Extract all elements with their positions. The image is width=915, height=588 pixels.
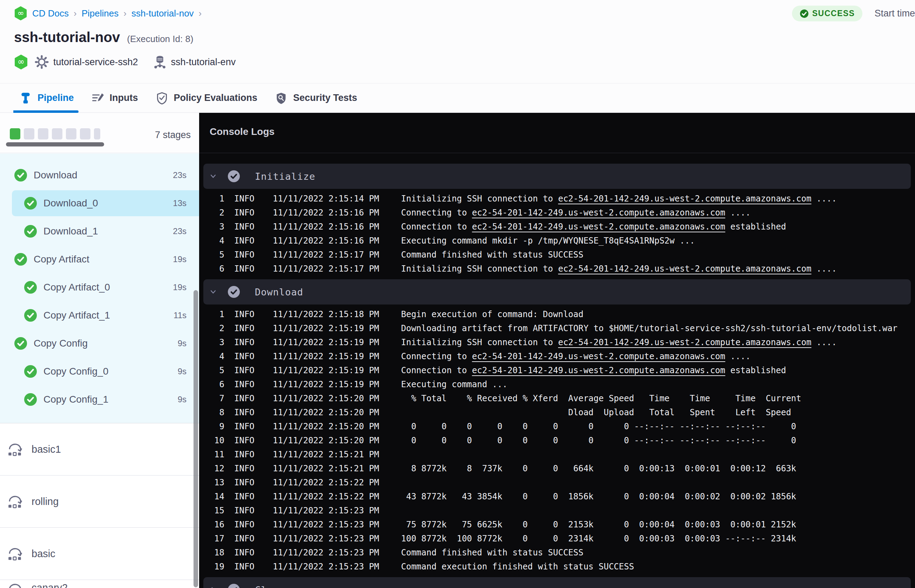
host-link[interactable]: ec2-54-201-142-249.us-west-2.compute.ama…: [472, 352, 725, 361]
stage-success-icon: [14, 168, 27, 182]
log-message: 0 0 0 0 0 0 0 0 --:--:-- --:--:-- --:--:…: [401, 436, 796, 445]
log-text: 0 0 0 0 0 0 0 0 --:--:-- --:--:-- --:--:…: [401, 436, 796, 445]
stage-row[interactable]: Copy Artifact_0 19s: [0, 273, 199, 301]
log-line-number: 2: [203, 208, 225, 218]
log-line: 5 INFO 11/11/2022 2:15:19 PM Connection …: [203, 363, 911, 377]
deployment-icon: [7, 582, 23, 588]
execution-id-label: (Execution Id: 8): [127, 34, 193, 45]
log-text: established: [725, 365, 786, 375]
host-link[interactable]: ec2-54-201-142-249.us-west-2.compute.ama…: [558, 338, 811, 347]
breadcrumb-link[interactable]: ssh-tutorial-nov: [131, 8, 194, 19]
stage-row[interactable]: Copy Config_0 9s: [0, 357, 199, 386]
log-message: Connecting to ec2-54-201-142-249.us-west…: [401, 208, 750, 218]
execution-list-item[interactable]: canary2: [0, 580, 199, 588]
stage-duration: 9s: [178, 367, 186, 376]
log-line: 17 INFO 11/11/2022 2:15:23 PM 100 8772k …: [203, 531, 911, 546]
stage-duration: 9s: [178, 339, 186, 348]
host-link[interactable]: ec2-54-201-142-249.us-west-2.compute.ama…: [472, 208, 725, 218]
tab-security-tests[interactable]: Security Tests: [275, 92, 357, 104]
log-level: INFO: [234, 394, 254, 403]
log-line-number: 3: [203, 338, 225, 347]
environment-tag[interactable]: ssh-tutorial-env: [153, 55, 236, 69]
log-timestamp: 11/11/2022 2:15:19 PM: [273, 338, 378, 347]
tags-row: tutorial-service-ssh2 ssh-tutorial-env: [14, 54, 236, 70]
stage-minimap[interactable]: [10, 128, 100, 139]
log-text: Command finished with status SUCCESS: [401, 548, 584, 557]
host-link[interactable]: ec2-54-201-142-249.us-west-2.compute.ama…: [558, 264, 811, 274]
host-link[interactable]: ec2-54-201-142-249.us-west-2.compute.ama…: [558, 194, 811, 204]
log-level: INFO: [234, 520, 254, 530]
stage-success-icon: [24, 365, 37, 378]
host-link[interactable]: ec2-54-201-142-249.us-west-2.compute.ama…: [472, 365, 725, 375]
log-timestamp: 11/11/2022 2:15:22 PM: [273, 478, 378, 488]
sidebar-scrollbar-thumb[interactable]: [194, 290, 198, 587]
stage-row[interactable]: Copy Artifact_1 11s: [0, 301, 199, 330]
tab-policy-evaluations[interactable]: Policy Evaluations: [156, 92, 258, 104]
breadcrumb-link[interactable]: Pipelines: [82, 8, 119, 19]
log-line: 19 INFO 11/11/2022 2:15:23 PM Command ex…: [203, 560, 911, 573]
section-success-icon: [228, 286, 240, 298]
section-success-icon: [228, 170, 240, 183]
breadcrumb-separator: ›: [123, 8, 126, 19]
stage-minimap-scrollbar[interactable]: [6, 142, 104, 147]
tab-inputs[interactable]: Inputs: [92, 92, 138, 104]
stage-success-icon: [24, 197, 37, 210]
stage-row[interactable]: Copy Artifact 19s: [0, 245, 199, 273]
log-section-header[interactable]: Download: [203, 279, 911, 305]
execution-list: basic1 rolling basic: [0, 423, 199, 588]
stage-row[interactable]: Copy Config 9s: [0, 330, 199, 357]
log-message: Connecting to ec2-54-201-142-249.us-west…: [401, 352, 750, 361]
log-message: 43 8772k 43 3854k 0 0 1856k 0 0:00:04 0:…: [401, 492, 796, 501]
chevron-down-icon: [209, 288, 218, 296]
log-text: ....: [811, 264, 836, 274]
log-message: 75 8772k 75 6625k 0 0 2153k 0 0:00:04 0:…: [401, 520, 796, 530]
execution-list-item[interactable]: basic: [0, 528, 199, 580]
harness-cd-logo-icon: [14, 6, 27, 20]
console-log-body: Initialize 1 INFO 11/11/2022 2:15:14 PM …: [199, 153, 915, 588]
execution-name: basic1: [32, 444, 61, 455]
log-level: INFO: [234, 250, 254, 260]
log-timestamp: 11/11/2022 2:15:21 PM: [273, 464, 378, 473]
breadcrumb-separator: ›: [74, 8, 77, 19]
log-text: Connection to: [401, 222, 472, 232]
log-line-number: 5: [203, 250, 225, 260]
log-section-header[interactable]: Cleanup: [203, 577, 911, 588]
service-tag[interactable]: tutorial-service-ssh2: [34, 55, 138, 69]
log-section-header[interactable]: Initialize: [203, 164, 911, 189]
log-line-number: 6: [203, 380, 225, 389]
pipeline-icon: [19, 92, 32, 104]
breadcrumb-link[interactable]: CD Docs: [32, 8, 69, 19]
log-level: INFO: [234, 222, 254, 232]
log-level: INFO: [234, 422, 254, 431]
log-line-number: 8: [203, 407, 225, 417]
log-section: Initialize 1 INFO 11/11/2022 2:15:14 PM …: [203, 164, 911, 278]
log-message: Initializing SSH connection to ec2-54-20…: [401, 338, 837, 347]
execution-name: basic: [32, 548, 55, 560]
log-line: 9 INFO 11/11/2022 2:15:20 PM 0 0 0 0 0 0…: [203, 420, 911, 433]
log-line-number: 18: [203, 548, 225, 557]
host-link[interactable]: ec2-54-201-142-249.us-west-2.compute.ama…: [472, 222, 725, 232]
stage-row[interactable]: Download 23s: [0, 161, 199, 189]
stage-row[interactable]: Download_0 13s: [12, 190, 199, 216]
log-text: 0 0 0 0 0 0 0 0 --:--:-- --:--:-- --:--:…: [401, 422, 796, 431]
stage-duration: 9s: [178, 394, 186, 404]
minimap-stage-square: [38, 128, 48, 139]
execution-list-item[interactable]: basic1: [0, 423, 199, 475]
stage-row[interactable]: Copy Config_1 9s: [0, 386, 199, 414]
stage-name: Download_1: [44, 226, 98, 237]
log-line-number: 6: [203, 264, 225, 274]
log-line: 8 INFO 11/11/2022 2:15:20 PM Dload Uploa…: [203, 405, 911, 420]
log-line-number: 3: [203, 222, 225, 232]
log-text: Downloading artifact from ARTIFACTORY to…: [401, 323, 897, 333]
tab-pipeline[interactable]: Pipeline: [19, 92, 74, 104]
log-level: INFO: [234, 436, 254, 445]
log-line-number: 13: [203, 478, 225, 488]
log-message: Downloading artifact from ARTIFACTORY to…: [401, 323, 897, 333]
execution-list-item[interactable]: rolling: [0, 475, 199, 528]
log-text: Initializing SSH connection to: [401, 194, 558, 204]
stage-summary: 7 stages: [0, 113, 199, 153]
stage-name: Copy Artifact_0: [44, 282, 110, 293]
minimap-stage-square: [10, 128, 20, 139]
stage-row[interactable]: Download_1 23s: [0, 217, 199, 245]
minimap-stage-square: [94, 128, 100, 139]
